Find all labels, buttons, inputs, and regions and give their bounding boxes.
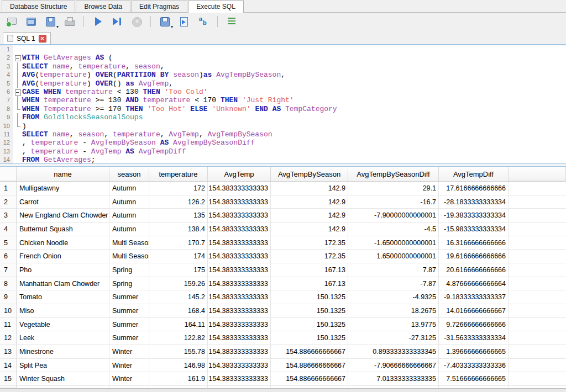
cell-name[interactable]: Miso: [17, 304, 109, 318]
print-button[interactable]: [64, 15, 76, 28]
table-row[interactable]: 9TomatoSummer145.2154.383333333333150.13…: [0, 290, 566, 304]
cell-AvgTempBySeasonDiff[interactable]: 13.9775: [348, 318, 439, 332]
table-row[interactable]: 1MulligatawnyAutumn172154.38333333333314…: [0, 182, 566, 195]
sql-document-tab[interactable]: SQL 1 ✕: [3, 32, 51, 44]
open-sql-file-button[interactable]: [25, 15, 37, 28]
cell-name[interactable]: French Onion: [17, 250, 109, 263]
cell-AvgTempDiff[interactable]: 9.72666666666666: [439, 318, 509, 332]
cell-name[interactable]: Vegetable: [17, 318, 109, 332]
cell-AvgTempBySeason[interactable]: 150.1325: [271, 304, 348, 318]
cell-AvgTempDiff[interactable]: -9.18333333333337: [439, 290, 509, 304]
cell-name[interactable]: Butternut Squash: [17, 223, 109, 236]
cell-temperature[interactable]: 170.7: [149, 236, 208, 250]
cell-AvgTempBySeasonDiff[interactable]: 0.893333333333345: [348, 345, 439, 359]
cell-AvgTemp[interactable]: 154.383333333333: [208, 372, 271, 386]
tab-edit-pragmas[interactable]: Edit Pragmas: [131, 0, 187, 12]
cell-season[interactable]: Spring: [109, 263, 149, 277]
table-row[interactable]: 6French OnionMulti Season174154.38333333…: [0, 250, 566, 263]
cell-AvgTempBySeasonDiff[interactable]: -16.7: [348, 195, 439, 209]
cell-temperature[interactable]: 172: [149, 182, 208, 195]
cell-season[interactable]: Autumn: [109, 182, 149, 195]
column-header-name[interactable]: name: [17, 167, 109, 181]
cell-temperature[interactable]: 146.98: [149, 359, 208, 373]
tab-database-structure[interactable]: Database Structure: [2, 0, 75, 12]
cell-season[interactable]: Autumn: [109, 223, 149, 236]
cell-name[interactable]: Pho: [17, 263, 109, 277]
cell-AvgTempBySeason[interactable]: 142.9: [271, 195, 348, 209]
cell-AvgTempDiff[interactable]: 7.51666666666665: [439, 372, 509, 386]
cell-AvgTemp[interactable]: 154.383333333333: [208, 290, 271, 304]
cell-AvgTempBySeasonDiff[interactable]: 29.1: [348, 182, 439, 195]
cell-AvgTempDiff[interactable]: -15.9833333333334: [439, 223, 509, 236]
cell-season[interactable]: Spring: [109, 277, 149, 291]
dropdown-caret-icon[interactable]: ▾: [171, 24, 173, 29]
cell-AvgTempBySeasonDiff[interactable]: 7.01333333333335: [348, 372, 439, 386]
cell-AvgTempBySeasonDiff[interactable]: -4.9325: [348, 290, 439, 304]
column-header-AvgTempDiff[interactable]: AvgTempDiff: [439, 167, 509, 181]
cell-AvgTempBySeasonDiff[interactable]: 18.2675: [348, 304, 439, 318]
cell-AvgTempBySeasonDiff[interactable]: -7.90000000000001: [348, 209, 439, 223]
column-header-AvgTempBySeason[interactable]: AvgTempBySeason: [271, 167, 348, 181]
table-row[interactable]: 12LeekSummer122.82154.383333333333150.13…: [0, 331, 566, 345]
cell-season[interactable]: Autumn: [109, 209, 149, 223]
cell-AvgTempBySeason[interactable]: 172.35: [271, 250, 348, 263]
cell-AvgTemp[interactable]: 154.383333333333: [208, 223, 271, 236]
table-row[interactable]: 14Split PeaWinter146.98154.3833333333331…: [0, 359, 566, 373]
cell-AvgTempDiff[interactable]: -7.40333333333336: [439, 359, 509, 373]
cell-AvgTempDiff[interactable]: 1.39666666666665: [439, 345, 509, 359]
cell-AvgTempBySeason[interactable]: 172.35: [271, 236, 348, 250]
fold-marker-icon[interactable]: [13, 88, 22, 96]
show-log-button[interactable]: [226, 15, 238, 28]
cell-temperature[interactable]: 126.2: [149, 195, 208, 209]
fold-marker-icon[interactable]: [13, 54, 22, 62]
cell-AvgTempDiff[interactable]: 14.0166666666667: [439, 304, 509, 318]
cell-name[interactable]: Chicken Noodle: [17, 236, 109, 250]
save-results-button[interactable]: ▾: [159, 15, 171, 28]
cell-season[interactable]: Summer: [109, 331, 149, 345]
row-number-cell[interactable]: 5: [0, 236, 17, 250]
cell-temperature[interactable]: 175: [149, 263, 208, 277]
cell-AvgTempBySeason[interactable]: 142.9: [271, 209, 348, 223]
row-number-cell[interactable]: 14: [0, 359, 17, 373]
cell-AvgTempBySeasonDiff[interactable]: -7.87: [348, 277, 439, 291]
cell-season[interactable]: Winter: [109, 345, 149, 359]
execute-line-button[interactable]: [111, 15, 123, 28]
cell-temperature[interactable]: 161.9: [149, 372, 208, 386]
row-number-cell[interactable]: 11: [0, 318, 17, 332]
row-number-cell[interactable]: 7: [0, 263, 17, 277]
row-number-cell[interactable]: 4: [0, 223, 17, 236]
cell-season[interactable]: Summer: [109, 290, 149, 304]
cell-AvgTemp[interactable]: 154.383333333333: [208, 263, 271, 277]
cell-AvgTempBySeason[interactable]: 167.13: [271, 263, 348, 277]
row-number-cell[interactable]: 3: [0, 209, 17, 223]
cell-AvgTemp[interactable]: 154.383333333333: [208, 250, 271, 263]
fold-marker-icon[interactable]: [13, 96, 22, 104]
cell-AvgTempBySeason[interactable]: 154.886666666667: [271, 359, 348, 373]
row-number-cell[interactable]: 8: [0, 277, 17, 291]
export-button[interactable]: [178, 15, 190, 28]
column-header-season[interactable]: season: [109, 167, 149, 181]
cell-name[interactable]: Mulligatawny: [17, 182, 109, 195]
cell-AvgTempDiff[interactable]: -28.1833333333334: [439, 195, 509, 209]
cell-temperature[interactable]: 122.82: [149, 331, 208, 345]
sql-editor[interactable]: 12WITH GetAverages AS (3SELECT name, tem…: [0, 44, 566, 163]
cell-name[interactable]: Minestrone: [17, 345, 109, 359]
fold-marker-icon[interactable]: [13, 62, 22, 71]
cell-AvgTempBySeason[interactable]: 150.1325: [271, 331, 348, 345]
cell-AvgTemp[interactable]: 154.383333333333: [208, 359, 271, 373]
cell-temperature[interactable]: 168.4: [149, 304, 208, 318]
cell-season[interactable]: Summer: [109, 318, 149, 332]
cell-temperature[interactable]: 138.4: [149, 223, 208, 236]
cell-season[interactable]: Autumn: [109, 195, 149, 209]
cell-name[interactable]: New England Clam Chowder: [17, 209, 109, 223]
table-row[interactable]: 8Manhattan Clam ChowderSpring159.26154.3…: [0, 277, 566, 291]
cell-name[interactable]: Winter Squash: [17, 372, 109, 386]
cell-name[interactable]: Split Pea: [17, 359, 109, 373]
fold-marker-icon[interactable]: [13, 113, 22, 121]
cell-AvgTempDiff[interactable]: -19.3833333333334: [439, 209, 509, 223]
column-header-AvgTemp[interactable]: AvgTemp: [208, 167, 271, 181]
cell-temperature[interactable]: 159.26: [149, 277, 208, 291]
open-tab-button[interactable]: [6, 15, 18, 28]
execute-all-button[interactable]: [92, 15, 104, 28]
cell-AvgTempBySeason[interactable]: 167.13: [271, 277, 348, 291]
